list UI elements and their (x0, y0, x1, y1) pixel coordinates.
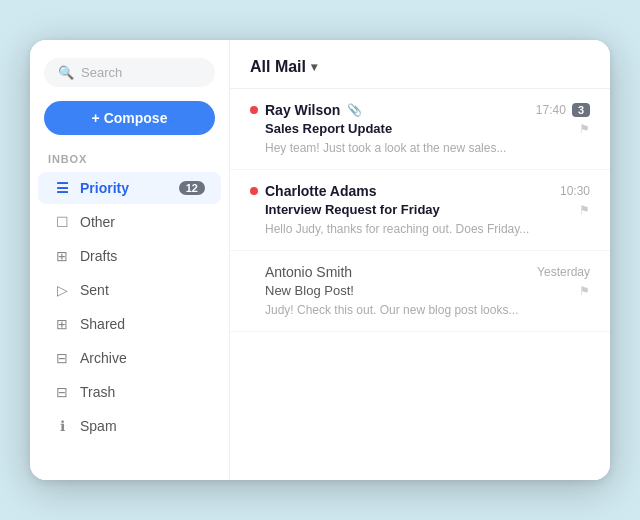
unread-dot (250, 187, 258, 195)
sender-wrap: Ray Wilson 📎 (250, 102, 362, 118)
chevron-down-icon: ▾ (311, 60, 317, 74)
email-time: Yesterday (537, 265, 590, 279)
sidebar-item-label: Drafts (80, 248, 205, 264)
other-icon: ☐ (54, 214, 70, 230)
main-header: All Mail ▾ (230, 40, 610, 89)
main-panel: All Mail ▾ Ray Wilson 📎 17:40 3 (230, 40, 610, 480)
drafts-icon: ⊞ (54, 248, 70, 264)
sender-name: Ray Wilson (265, 102, 340, 118)
mail-app-window: 🔍 Search + Compose Inbox ☰ Priority 12 ☐… (30, 40, 610, 480)
sender-name: Antonio Smith (265, 264, 352, 280)
sidebar-item-label: Archive (80, 350, 205, 366)
search-bar[interactable]: 🔍 Search (44, 58, 215, 87)
email-item[interactable]: Antonio Smith Yesterday New Blog Post! ⚑… (230, 251, 610, 332)
time-label: Yesterday (537, 265, 590, 279)
sidebar-item-label: Sent (80, 282, 205, 298)
spam-icon: ℹ (54, 418, 70, 434)
priority-badge: 12 (179, 181, 205, 195)
priority-icon: ☰ (54, 180, 70, 196)
email-time: 10:30 (560, 184, 590, 198)
email-list: Ray Wilson 📎 17:40 3 Sales Report Update… (230, 89, 610, 480)
count-badge: 3 (572, 103, 590, 117)
sidebar-item-label: Shared (80, 316, 205, 332)
sender-name: Charlotte Adams (265, 183, 377, 199)
sidebar-item-trash[interactable]: ⊟ Trash (38, 376, 221, 408)
sidebar-item-label: Priority (80, 180, 169, 196)
flag-icon[interactable]: ⚑ (579, 203, 590, 217)
sidebar-item-sent[interactable]: ▷ Sent (38, 274, 221, 306)
sidebar-item-other[interactable]: ☐ Other (38, 206, 221, 238)
time-label: 17:40 (536, 103, 566, 117)
sender-wrap: Charlotte Adams (250, 183, 377, 199)
email-item[interactable]: Ray Wilson 📎 17:40 3 Sales Report Update… (230, 89, 610, 170)
flag-icon[interactable]: ⚑ (579, 284, 590, 298)
trash-icon: ⊟ (54, 384, 70, 400)
sidebar-item-label: Other (80, 214, 205, 230)
sidebar: 🔍 Search + Compose Inbox ☰ Priority 12 ☐… (30, 40, 230, 480)
email-item[interactable]: Charlotte Adams 10:30 Interview Request … (230, 170, 610, 251)
email-preview: Judy! Check this out. Our new blog post … (265, 303, 518, 317)
sidebar-item-spam[interactable]: ℹ Spam (38, 410, 221, 442)
sidebar-item-label: Trash (80, 384, 205, 400)
sidebar-item-archive[interactable]: ⊟ Archive (38, 342, 221, 374)
email-subject: New Blog Post! (265, 283, 354, 298)
email-subject: Sales Report Update (265, 121, 392, 136)
sidebar-item-shared[interactable]: ⊞ Shared (38, 308, 221, 340)
email-time: 17:40 3 (536, 103, 590, 117)
flag-icon[interactable]: ⚑ (579, 122, 590, 136)
all-mail-label: All Mail (250, 58, 306, 76)
archive-icon: ⊟ (54, 350, 70, 366)
email-subject: Interview Request for Friday (265, 202, 440, 217)
time-label: 10:30 (560, 184, 590, 198)
search-placeholder: Search (81, 65, 201, 80)
search-icon: 🔍 (58, 65, 74, 80)
shared-icon: ⊞ (54, 316, 70, 332)
email-preview: Hello Judy, thanks for reaching out. Doe… (265, 222, 529, 236)
email-preview: Hey team! Just took a look at the new sa… (265, 141, 506, 155)
attachment-icon: 📎 (347, 103, 362, 117)
all-mail-dropdown[interactable]: All Mail ▾ (250, 58, 317, 76)
sidebar-item-label: Spam (80, 418, 205, 434)
compose-button[interactable]: + Compose (44, 101, 215, 135)
sidebar-item-drafts[interactable]: ⊞ Drafts (38, 240, 221, 272)
read-dot (250, 268, 258, 276)
sent-icon: ▷ (54, 282, 70, 298)
sender-wrap: Antonio Smith (250, 264, 352, 280)
unread-dot (250, 106, 258, 114)
sidebar-item-priority[interactable]: ☰ Priority 12 (38, 172, 221, 204)
inbox-section-label: Inbox (30, 153, 229, 171)
